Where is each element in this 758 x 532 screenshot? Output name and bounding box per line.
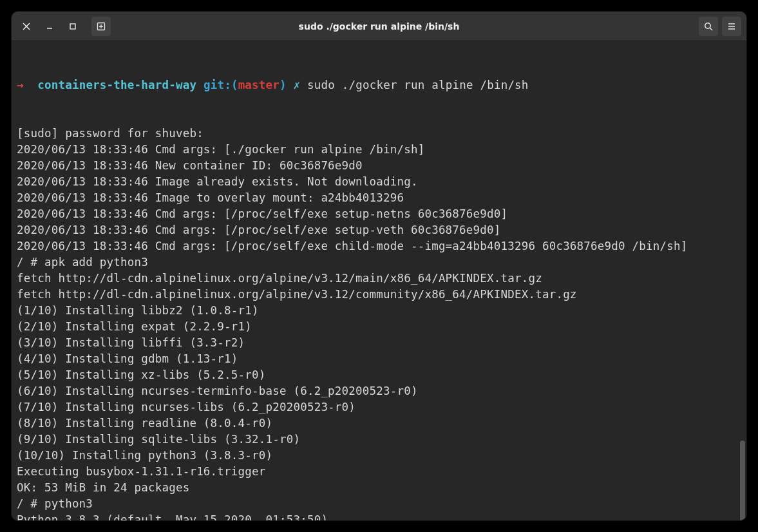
terminal-content[interactable]: → containers-the-hard-way git:(master) ✗… (12, 41, 746, 520)
maximize-button[interactable] (63, 17, 82, 36)
output-line: (5/10) Installing xz-libs (5.2.5-r0) (17, 367, 741, 383)
prompt-branch: master (238, 79, 280, 91)
output-line: 2020/06/13 18:33:46 Cmd args: [/proc/sel… (17, 206, 741, 222)
titlebar: sudo ./gocker run alpine /bin/sh (12, 12, 746, 41)
prompt-dir: containers-the-hard-way (37, 79, 196, 91)
svg-point-2 (705, 23, 710, 28)
new-tab-button[interactable] (91, 17, 111, 36)
svg-rect-0 (70, 24, 75, 29)
output-line: (1/10) Installing libbz2 (1.0.8-r1) (17, 303, 741, 319)
output-line: (9/10) Installing sqlite-libs (3.32.1-r0… (17, 432, 741, 448)
prompt-arrow: → (17, 79, 24, 91)
scrollbar[interactable] (740, 441, 745, 520)
output-line: (3/10) Installing libffi (3.3-r2) (17, 335, 741, 351)
window-title: sudo ./gocker run alpine /bin/sh (12, 21, 746, 32)
terminal-window: sudo ./gocker run alpine /bin/sh → conta… (12, 12, 746, 520)
output-line: Executing busybox-1.31.1-r16.trigger (17, 464, 741, 480)
output-line: 2020/06/13 18:33:46 Cmd args: [./gocker … (17, 142, 741, 158)
search-button[interactable] (699, 17, 718, 36)
output-line: [sudo] password for shuveb: (17, 126, 741, 142)
prompt-paren-open: ( (231, 79, 238, 91)
prompt-git-label: git: (204, 79, 231, 91)
prompt-command: sudo ./gocker run alpine /bin/sh (307, 79, 529, 91)
output-line: fetch http://dl-cdn.alpinelinux.org/alpi… (17, 271, 741, 287)
prompt-line: → containers-the-hard-way git:(master) ✗… (17, 77, 741, 93)
output-line: (8/10) Installing readline (8.0.4-r0) (17, 415, 741, 432)
output-line: (2/10) Installing expat (2.2.9-r1) (17, 319, 741, 335)
output-line: OK: 53 MiB in 24 packages (17, 480, 741, 496)
output-line: (10/10) Installing python3 (3.8.3-r0) (17, 448, 741, 464)
close-button[interactable] (17, 17, 36, 36)
output-line: 2020/06/13 18:33:46 Image to overlay mou… (17, 190, 741, 206)
output-line: 2020/06/13 18:33:46 Cmd args: [/proc/sel… (17, 222, 741, 238)
output-line: (7/10) Installing ncurses-libs (6.2_p202… (17, 399, 741, 415)
output-line: 2020/06/13 18:33:46 New container ID: 60… (17, 158, 741, 174)
output-line: (4/10) Installing gdbm (1.13-r1) (17, 351, 741, 367)
output-line: / # python3 (17, 496, 741, 512)
output-line: fetch http://dl-cdn.alpinelinux.org/alpi… (17, 287, 741, 303)
output-line: / # apk add python3 (17, 254, 741, 271)
prompt-paren-close: ) (280, 79, 287, 91)
output-line: 2020/06/13 18:33:46 Cmd args: [/proc/sel… (17, 238, 741, 254)
menu-button[interactable] (722, 17, 741, 36)
output-line: Python 3.8.3 (default, May 15 2020, 01:5… (17, 512, 741, 520)
prompt-symbol: ✗ (294, 79, 301, 91)
output-line: (6/10) Installing ncurses-terminfo-base … (17, 383, 741, 399)
output-line: 2020/06/13 18:33:46 Image already exists… (17, 174, 741, 190)
minimize-button[interactable] (40, 17, 59, 36)
